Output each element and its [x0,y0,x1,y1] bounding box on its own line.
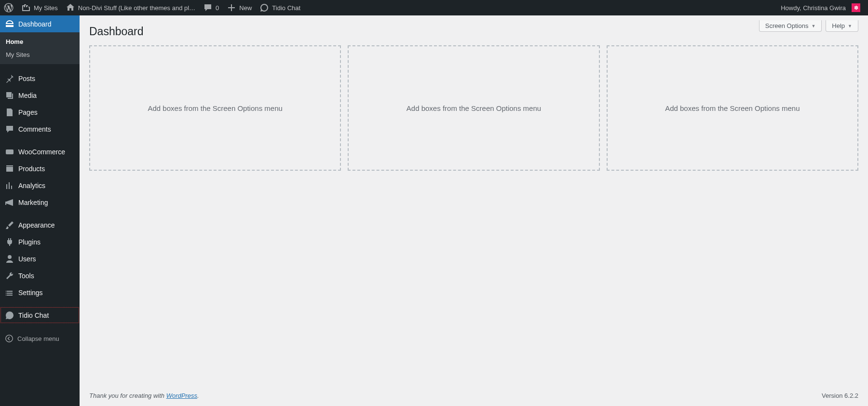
products-icon [5,164,14,174]
screen-meta-buttons: Screen Options ▼ Help ▼ [759,20,858,32]
menu-media-label: Media [18,92,37,99]
screen-options-label: Screen Options [765,22,809,29]
pin-icon [5,74,14,83]
menu-plugins-label: Plugins [18,238,41,246]
dashboard-icon [5,19,14,29]
my-sites-label: My Sites [34,4,58,12]
howdy-label: Howdy, Christina Gwira [781,4,846,12]
menu-products-label: Products [18,165,45,173]
comments-count: 0 [216,4,219,12]
dropzone-placeholder: Add boxes from the Screen Options menu [407,104,541,112]
submenu-home[interactable]: Home [0,35,80,48]
screen-options-button[interactable]: Screen Options ▼ [759,20,822,32]
separator [0,211,80,217]
widget-dropzone-1[interactable]: Add boxes from the Screen Options menu [89,45,341,171]
menu-appearance-label: Appearance [18,221,55,229]
widget-dropzone-3[interactable]: Add boxes from the Screen Options menu [607,45,858,171]
menu-products[interactable]: Products [0,160,80,177]
plus-icon [227,3,236,13]
separator [0,137,80,143]
menu-tools-label: Tools [18,272,34,280]
menu-pages[interactable]: Pages [0,104,80,121]
page-title: Dashboard [89,25,144,38]
content-header: Dashboard Screen Options ▼ Help ▼ [89,20,858,45]
menu-posts-label: Posts [18,75,35,82]
help-button[interactable]: Help ▼ [826,20,858,32]
comment-icon [203,3,213,13]
svg-point-1 [6,335,13,342]
page-icon [5,108,14,117]
media-icon [5,91,14,100]
menu-woocommerce[interactable]: WooCommerce [0,143,80,160]
menu-tidio-label: Tidio Chat [18,311,49,319]
help-label: Help [832,22,845,29]
menu-dashboard[interactable]: Dashboard [0,15,80,32]
menu-posts[interactable]: Posts [0,70,80,87]
avatar: ✽ [852,3,860,12]
brush-icon [5,220,14,230]
new-content-link[interactable]: New [223,0,256,15]
menu-settings[interactable]: Settings [0,284,80,301]
tidio-toolbar-link[interactable]: Tidio Chat [256,0,304,15]
analytics-icon [5,181,14,190]
collapse-label: Collapse menu [17,335,59,342]
menu-tidio[interactable]: Tidio Chat [0,307,80,324]
chevron-down-icon: ▼ [848,24,852,28]
menu-plugins[interactable]: Plugins [0,233,80,250]
dashboard-submenu: Home My Sites [0,32,80,64]
marketing-icon [5,198,14,207]
menu-marketing[interactable]: Marketing [0,194,80,211]
site-name-link[interactable]: Non-Divi Stuff (Like other themes and pl… [62,0,199,15]
footer-thank-prefix: Thank you for creating with [89,392,166,399]
footer-thankyou: Thank you for creating with WordPress. [89,392,199,399]
woo-icon [5,147,14,157]
menu-appearance[interactable]: Appearance [0,217,80,233]
separator [0,301,80,307]
collapse-menu[interactable]: Collapse menu [0,329,80,348]
menu-media[interactable]: Media [0,87,80,104]
admin-footer: Thank you for creating with WordPress. V… [89,385,858,406]
wp-logo[interactable] [0,0,17,15]
menu-comments[interactable]: Comments [0,121,80,137]
my-sites-link[interactable]: My Sites [17,0,62,15]
wordpress-icon [4,3,14,13]
site-name-label: Non-Divi Stuff (Like other themes and pl… [78,4,195,12]
footer-version: Version 6.2.2 [822,392,858,399]
plugin-icon [5,237,14,247]
submenu-my-sites[interactable]: My Sites [0,48,80,61]
comments-link[interactable]: 0 [199,0,223,15]
chat-icon [259,3,269,13]
home-icon [66,3,75,13]
menu-tools[interactable]: Tools [0,267,80,284]
comments-icon [5,124,14,134]
menu-analytics-label: Analytics [18,182,45,189]
admin-toolbar: My Sites Non-Divi Stuff (Like other them… [0,0,868,15]
network-icon [21,3,31,13]
toolbar-right: Howdy, Christina Gwira ✽ [777,0,868,15]
svg-rect-0 [6,149,14,154]
separator [0,64,80,70]
chevron-down-icon: ▼ [811,24,815,28]
dashboard-widgets: Add boxes from the Screen Options menu A… [89,45,858,171]
menu-analytics[interactable]: Analytics [0,177,80,194]
wordpress-link[interactable]: WordPress [166,392,197,399]
main-content: Dashboard Screen Options ▼ Help ▼ Add bo… [80,15,868,406]
tidio-toolbar-label: Tidio Chat [272,4,300,12]
dropzone-placeholder: Add boxes from the Screen Options menu [148,104,283,112]
new-label: New [239,4,252,12]
widget-dropzone-2[interactable]: Add boxes from the Screen Options menu [348,45,599,171]
settings-icon [5,288,14,298]
my-account[interactable]: Howdy, Christina Gwira ✽ [777,0,864,15]
wrench-icon [5,271,14,281]
menu-users[interactable]: Users [0,250,80,267]
dropzone-placeholder: Add boxes from the Screen Options menu [665,104,800,112]
menu-comments-label: Comments [18,125,51,133]
menu-marketing-label: Marketing [18,199,48,206]
toolbar-left: My Sites Non-Divi Stuff (Like other them… [0,0,304,15]
menu-settings-label: Settings [18,289,43,297]
menu-woocommerce-label: WooCommerce [18,148,65,156]
menu-pages-label: Pages [18,108,38,116]
menu-users-label: Users [18,255,36,263]
user-icon [5,254,14,264]
menu-dashboard-label: Dashboard [18,20,52,28]
